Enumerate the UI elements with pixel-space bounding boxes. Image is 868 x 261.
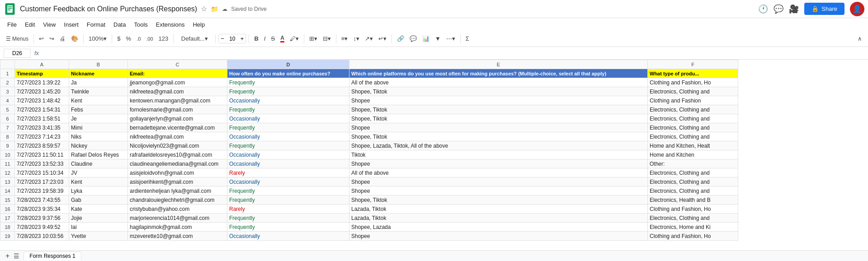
cell-r3-ce[interactable]: Shopee, Tiktok	[349, 87, 648, 96]
history-icon[interactable]: 🕐	[758, 4, 768, 14]
menu-file[interactable]: File	[4, 20, 20, 29]
cell-r12-ce[interactable]: All of the above	[349, 168, 648, 177]
cell-r15-cd[interactable]: Frequently	[227, 196, 349, 205]
row-header-4[interactable]: 4	[0, 96, 15, 105]
bold-button[interactable]: B	[252, 33, 260, 44]
cell-r8-ce[interactable]: Shopee, Tiktok	[349, 132, 648, 141]
cell-r19-cd[interactable]: Occasionally	[227, 232, 349, 241]
cell-r19-cb[interactable]: Yvette	[69, 232, 128, 241]
sheet-tab[interactable]: Form Responses 1	[24, 252, 81, 260]
cell-r12-cf[interactable]: Electronics, Clothing and	[648, 168, 738, 177]
menu-data[interactable]: Data	[110, 20, 129, 29]
cell-r5-cd[interactable]: Frequently	[227, 105, 349, 114]
percent-button[interactable]: %	[124, 33, 134, 44]
cell-r17-cb[interactable]: Jojie	[69, 214, 128, 223]
menu-extensions[interactable]: Extensions	[152, 20, 189, 29]
paint-format-button[interactable]: 🎨	[69, 33, 80, 44]
header-cell-f[interactable]: What type of produ...	[648, 69, 738, 78]
menu-insert[interactable]: Insert	[60, 20, 82, 29]
collapse-toolbar-button[interactable]: ∧	[855, 33, 864, 44]
present-icon[interactable]: 🎥	[789, 4, 799, 14]
cell-r9-ca[interactable]: 7/27/2023 8:59:57	[15, 141, 69, 150]
row-header-13[interactable]: 13	[0, 177, 15, 186]
strikethrough-button[interactable]: S	[269, 33, 277, 44]
cell-r10-ca[interactable]: 7/27/2023 11:50:11	[15, 150, 69, 159]
font-size-input[interactable]: 10	[226, 36, 239, 42]
cell-r11-cb[interactable]: Claudine	[69, 159, 128, 168]
cell-r4-cc[interactable]: kentowen.manangan@gmail.com	[128, 96, 227, 105]
cell-r14-cd[interactable]: Frequently	[227, 186, 349, 196]
cell-r12-cc[interactable]: asisjeloidvohn@gmail.com	[128, 168, 227, 177]
cell-r6-cd[interactable]: Occasionally	[227, 114, 349, 123]
cell-r4-cd[interactable]: Occasionally	[227, 96, 349, 105]
cell-r9-cc[interactable]: Nicoljovielyn023@gmail.com	[128, 141, 227, 150]
align-v-button[interactable]: ↕▾	[351, 33, 362, 44]
col-header-e[interactable]: E	[349, 60, 648, 69]
menu-view[interactable]: View	[39, 20, 59, 29]
text-wrap-button[interactable]: ↵▾	[376, 33, 389, 44]
format-123-button[interactable]: 123	[156, 33, 171, 44]
font-family-select[interactable]: Default... ▾	[176, 33, 212, 44]
align-h-button[interactable]: ≡▾	[339, 33, 350, 44]
cell-r2-cf[interactable]: Clothing and Fashion, Ho	[648, 78, 738, 87]
row-header-16[interactable]: 16	[0, 205, 15, 214]
row-header-15[interactable]: 15	[0, 196, 15, 205]
cell-r12-cd[interactable]: Rarely	[227, 168, 349, 177]
star-icon[interactable]: ☆	[201, 5, 207, 13]
row-header-10[interactable]: 10	[0, 150, 15, 159]
cell-r15-cf[interactable]: Electronics, Health and B	[648, 196, 738, 205]
cell-r18-cd[interactable]: Frequently	[227, 223, 349, 232]
cell-r8-cd[interactable]: Occasionally	[227, 132, 349, 141]
cell-r12-cb[interactable]: JV	[69, 168, 128, 177]
insert-chart-button[interactable]: 📊	[420, 33, 432, 44]
cell-r14-cb[interactable]: Lyka	[69, 186, 128, 196]
cell-r3-ca[interactable]: 7/27/2023 1:45:20	[15, 87, 69, 96]
user-avatar[interactable]: 👤	[850, 2, 864, 16]
cell-r5-cc[interactable]: fornolesmarie@gmail.com	[128, 105, 227, 114]
cell-r18-cb[interactable]: Iai	[69, 223, 128, 232]
cell-r5-cf[interactable]: Electronics, Clothing and	[648, 105, 738, 114]
cell-r2-ce[interactable]: All of the above	[349, 78, 648, 87]
sum-button[interactable]: Σ	[463, 33, 472, 44]
cell-r8-cf[interactable]: Electronics, Clothing and	[648, 132, 738, 141]
cell-r11-ce[interactable]: Shopee	[349, 159, 648, 168]
cell-r10-cf[interactable]: Home and Kitchen	[648, 150, 738, 159]
cell-r16-ce[interactable]: Lazada, Tiktok	[349, 205, 648, 214]
row-header-6[interactable]: 6	[0, 114, 15, 123]
cell-r18-ce[interactable]: Shopee, Lazada	[349, 223, 648, 232]
merge-cells-button[interactable]: ⊟▾	[321, 33, 333, 44]
redo-button[interactable]: ↪	[47, 33, 57, 44]
cell-r14-ca[interactable]: 7/27/2023 19:58:39	[15, 186, 69, 196]
currency-button[interactable]: $	[115, 33, 123, 44]
cell-r7-cb[interactable]: Mimi	[69, 123, 128, 132]
cell-r11-ca[interactable]: 7/27/2023 13:52:33	[15, 159, 69, 168]
cell-r16-cd[interactable]: Rarely	[227, 205, 349, 214]
header-cell-d[interactable]: How often do you make online purchases?	[227, 69, 349, 78]
col-header-f[interactable]: F	[648, 60, 738, 69]
cell-r15-ca[interactable]: 7/28/2023 7:43:55	[15, 196, 69, 205]
col-header-d[interactable]: D	[227, 60, 349, 69]
formula-input[interactable]	[42, 50, 864, 56]
cell-r14-cf[interactable]: Electronics, Clothing and	[648, 186, 738, 196]
cell-r7-ce[interactable]: Shopee	[349, 123, 648, 132]
cell-r3-cd[interactable]: Frequently	[227, 87, 349, 96]
cell-r4-ce[interactable]: Shopee	[349, 96, 648, 105]
cell-r13-ce[interactable]: Shopee	[349, 177, 648, 186]
filter-button[interactable]: ▼	[433, 33, 443, 44]
cell-r16-ca[interactable]: 7/28/2023 9:35:34	[15, 205, 69, 214]
cell-r4-ca[interactable]: 7/27/2023 1:48:42	[15, 96, 69, 105]
row-header-19[interactable]: 19	[0, 232, 15, 241]
cell-r2-cb[interactable]: Ja	[69, 78, 128, 87]
row-header-9[interactable]: 9	[0, 141, 15, 150]
col-header-b[interactable]: B	[69, 60, 128, 69]
cell-r10-cb[interactable]: Rafael Delos Reyes	[69, 150, 128, 159]
col-header-c[interactable]: C	[128, 60, 227, 69]
cell-r6-ca[interactable]: 7/27/2023 1:58:51	[15, 114, 69, 123]
share-button[interactable]: 🔒 Share	[804, 3, 844, 15]
row-header-7[interactable]: 7	[0, 123, 15, 132]
cell-r5-cb[interactable]: Febs	[69, 105, 128, 114]
row-header-14[interactable]: 14	[0, 186, 15, 196]
cell-r18-cf[interactable]: Electronics, Home and Ki	[648, 223, 738, 232]
menu-edit[interactable]: Edit	[21, 20, 38, 29]
more-options-button[interactable]: ⋯▾	[444, 33, 458, 44]
